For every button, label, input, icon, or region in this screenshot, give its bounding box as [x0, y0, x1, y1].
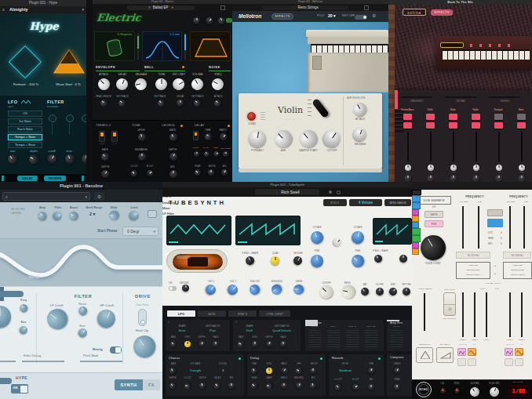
poly-value[interactable]: 20 ▾: [328, 14, 335, 18]
delay-pingpong-badge[interactable]: PING PONG: [220, 147, 230, 149]
filter-env-knob[interactable]: [77, 327, 89, 339]
wave-start-triangle-display[interactable]: [53, 49, 86, 75]
violin-button-top[interactable]: [472, 114, 480, 120]
sub-osc-display[interactable]: [166, 216, 231, 245]
portamento-handle[interactable]: [412, 190, 421, 195]
effects-button[interactable]: EFFECTS: [271, 13, 293, 20]
voice-count-knob[interactable]: [416, 230, 450, 265]
violin-fader-track[interactable]: [476, 132, 477, 161]
chorus-delay-knob[interactable]: [213, 381, 221, 390]
horn-fader-handle[interactable]: [395, 129, 404, 132]
reverb-enable-dot[interactable]: [378, 357, 381, 360]
release-knob[interactable]: [134, 78, 148, 91]
filter-reso-knob[interactable]: [64, 153, 75, 165]
vco2-mod1-track[interactable]: [509, 292, 511, 337]
delay-ratio-knob[interactable]: [218, 132, 228, 142]
lfo2-dest-value[interactable]: Quad Detune: [264, 329, 299, 332]
keyboard-keys[interactable]: [311, 44, 388, 53]
delay-enable-dot[interactable]: [320, 357, 322, 360]
chevron-down-icon[interactable]: ▾: [82, 8, 84, 12]
lfo-option-off[interactable]: Off: [8, 111, 42, 117]
tab-lfo[interactable]: LFO: [167, 310, 195, 317]
echo-sync-button[interactable]: [454, 387, 461, 394]
noise-display[interactable]: [190, 31, 231, 61]
delay-on-switch[interactable]: [193, 131, 199, 140]
lfo1-rate-knob[interactable]: [169, 339, 177, 348]
fenv-attack-slider[interactable]: [308, 330, 321, 349]
master-knob-1[interactable]: [193, 17, 200, 24]
chorus-slider-track[interactable]: [489, 96, 520, 98]
chorus-enable-dot[interactable]: [239, 357, 241, 360]
hp-cutoff-knob[interactable]: [94, 307, 118, 331]
vco2-fine-track[interactable]: [523, 206, 525, 248]
vco1-gray-button[interactable]: [487, 209, 503, 216]
delay-mod-knob[interactable]: [213, 151, 220, 158]
tab-ctrl-dest[interactable]: CTRL DEST: [259, 310, 290, 317]
vco1-mod1-handle[interactable]: [412, 209, 419, 216]
tone-drive-knob[interactable]: [137, 132, 148, 143]
horn-pan-knob[interactable]: [519, 165, 525, 171]
delay-sync-knob[interactable]: [194, 151, 199, 157]
delay-ratio-knob[interactable]: [279, 366, 288, 375]
filter-decay-slider-track[interactable]: [22, 361, 64, 362]
filter-keytrk-knob[interactable]: [403, 288, 410, 296]
fenv-release-slider[interactable]: [365, 330, 377, 349]
fx-tab-button[interactable]: FX: [143, 379, 160, 390]
noise-freq-knob[interactable]: [210, 76, 225, 92]
delay-sync-badge[interactable]: SYNC: [193, 147, 199, 150]
pitch-mod-slider-track[interactable]: [80, 361, 122, 362]
vco1-wave-button-orange[interactable]: [468, 348, 476, 356]
chorus-rate-knob[interactable]: [168, 132, 179, 143]
delay-fdbk-knob[interactable]: [193, 168, 202, 176]
lfo1-sync-button[interactable]: [184, 341, 191, 347]
pitch-lever[interactable]: [312, 98, 330, 118]
horn-fader-track[interactable]: [521, 132, 523, 161]
chorus-mix-knob[interactable]: [228, 383, 235, 389]
amp-attack-knob[interactable]: [351, 100, 369, 118]
tremolo-pan-switch[interactable]: [111, 131, 118, 142]
vco1-pwm-handle[interactable]: [412, 222, 419, 228]
gear-icon[interactable]: ⚙: [372, 13, 376, 18]
filter-env-slider-1[interactable]: [49, 114, 56, 122]
formant-knob[interactable]: [247, 129, 267, 148]
master-knob-2[interactable]: [204, 16, 214, 26]
delay-mix-knob[interactable]: [309, 382, 317, 390]
clean-button[interactable]: [247, 112, 256, 121]
volume-knob[interactable]: [189, 76, 205, 92]
cello-button-bottom[interactable]: [426, 122, 435, 129]
tab-delay[interactable]: DELAY: [17, 176, 38, 181]
poly-button[interactable]: POLY: [323, 199, 347, 206]
doubling-on-toggle[interactable]: [169, 286, 177, 291]
lfo-depth-knob[interactable]: [27, 153, 40, 165]
vco1-mod1-track[interactable]: [462, 292, 464, 337]
drive-knob[interactable]: [129, 332, 160, 362]
layers-button[interactable]: [148, 210, 157, 218]
lfo2-shape-value[interactable]: Drift: [236, 329, 263, 332]
cello-pan-knob[interactable]: [428, 165, 434, 171]
lfo1-shape-value[interactable]: Sine: [169, 329, 195, 332]
lfo2-rate-knob[interactable]: [237, 340, 246, 349]
reverb-locut-knob[interactable]: [333, 383, 342, 391]
hype-preset-name[interactable]: Almighty: [9, 8, 28, 13]
tremolo-rate-knob[interactable]: [100, 151, 111, 162]
lfo1-fade-knob[interactable]: [213, 341, 219, 347]
vco1-mod2-handle[interactable]: [412, 216, 419, 222]
echo-on-button[interactable]: [439, 387, 446, 394]
reverb-mode-value[interactable]: Stadium: [332, 369, 359, 372]
bend-range-value[interactable]: 2 ▾: [89, 212, 95, 217]
noise-attack-knob[interactable]: [213, 98, 223, 108]
vco2-wave-button-off2[interactable]: [515, 358, 523, 366]
lfo-option-each-note[interactable]: Each Note: [8, 126, 42, 132]
tremolo-depth-knob[interactable]: [100, 169, 111, 180]
crescendo-slider-handle[interactable]: [395, 90, 398, 96]
delay-width2-knob[interactable]: [310, 368, 316, 374]
osc1-fine-knob[interactable]: [311, 255, 323, 267]
chorus-depth-knob[interactable]: [168, 381, 177, 390]
filter-cutoff-knob[interactable]: [316, 282, 335, 301]
osc2-fine-knob[interactable]: [349, 252, 367, 270]
keytrack1-knob[interactable]: [117, 98, 127, 108]
portamento-track[interactable]: [424, 293, 425, 331]
contra-bass-button-bottom[interactable]: [403, 122, 412, 129]
filter-slope-knob[interactable]: [376, 288, 384, 296]
filter-reso-knob[interactable]: [341, 285, 356, 300]
